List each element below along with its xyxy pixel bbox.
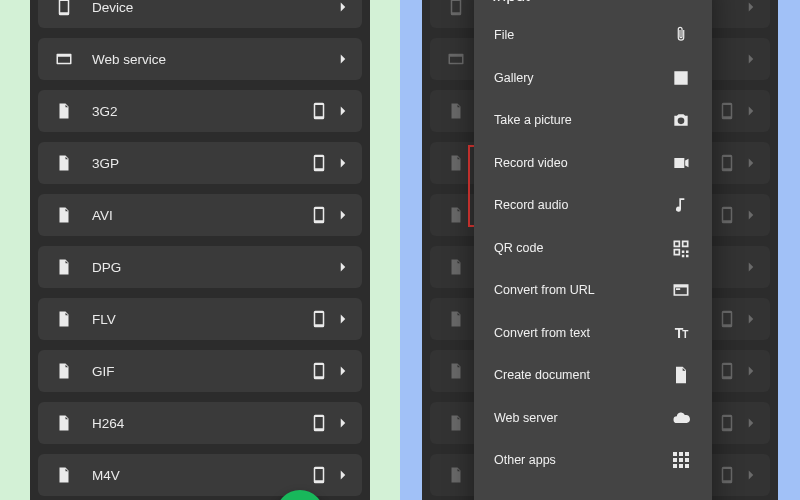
sheet-item-create-doc[interactable]: Create document [474,354,712,397]
video-icon [670,153,692,173]
sheet-item-label: Convert from URL [494,283,670,297]
device-indicator-icon [310,414,328,432]
chevron-right-icon [742,50,760,68]
sheet-item-other-apps[interactable]: Other apps [474,439,712,482]
file-icon [50,466,78,484]
file-icon [50,102,78,120]
web-icon [670,280,692,300]
sheet-item-from-url[interactable]: Convert from URL [474,269,712,312]
sheet-item-label: Web server [494,411,670,425]
file-icon [50,310,78,328]
sheet-item-label: Gallery [494,71,670,85]
device-indicator-icon [718,154,736,172]
sheet-title: Input [474,0,712,14]
chevron-right-icon [334,102,352,120]
chevron-right-icon [742,258,760,276]
chevron-right-icon [742,414,760,432]
list-item-label: H264 [78,416,310,431]
sheet-item-file[interactable]: File [474,14,712,57]
doc-icon [670,365,692,385]
right-screen: Input FileGalleryTake a pictureRecord vi… [422,0,778,500]
phone-icon [442,0,470,16]
format-list: DeviceWeb service3G23GPAVIDPGFLVGIFH264M… [30,0,370,500]
sheet-item-label: File [494,28,670,42]
file-icon [442,362,470,380]
list-item-3g2[interactable]: 3G2 [38,90,362,132]
list-item-web-service[interactable]: Web service [38,38,362,80]
device-indicator-icon [718,362,736,380]
attach-icon [670,25,692,45]
file-icon [442,258,470,276]
sheet-item-label: QR code [494,241,670,255]
device-indicator-icon [718,102,736,120]
list-item-label: DPG [78,260,334,275]
chevron-right-icon [742,466,760,484]
file-icon [50,206,78,224]
list-item-label: FLV [78,312,310,327]
list-item-dpg[interactable]: DPG [38,246,362,288]
chevron-right-icon [742,362,760,380]
device-indicator-icon [310,362,328,380]
left-screenshot: DeviceWeb service3G23GPAVIDPGFLVGIFH264M… [0,0,400,500]
image-icon [670,68,692,88]
music-icon [670,195,692,215]
sheet-item-label: Record video [494,156,670,170]
chevron-right-icon [334,0,352,16]
chevron-right-icon [334,466,352,484]
file-icon [442,466,470,484]
file-icon [442,154,470,172]
cloud-icon [670,408,692,428]
list-item-label: 3G2 [78,104,310,119]
file-icon [442,206,470,224]
list-item-avi[interactable]: AVI [38,194,362,236]
list-item-label: Web service [78,52,334,67]
chevron-right-icon [334,258,352,276]
device-indicator-icon [310,154,328,172]
device-indicator-icon [718,466,736,484]
sheet-item-qr-code[interactable]: QR code [474,227,712,270]
chevron-right-icon [334,362,352,380]
sheet-item-label: Record audio [494,198,670,212]
input-sheet: Input FileGalleryTake a pictureRecord vi… [474,0,712,500]
qr-icon [670,238,692,258]
sheet-item-take-picture[interactable]: Take a picture [474,99,712,142]
sheet-item-label: Convert from text [494,326,670,340]
sheet-item-label: Other apps [494,453,670,467]
list-item-label: M4V [78,468,310,483]
sheet-item-from-text[interactable]: Convert from textTT [474,312,712,355]
device-indicator-icon [718,414,736,432]
sheet-item-web-server[interactable]: Web server [474,397,712,440]
chevron-right-icon [334,414,352,432]
device-indicator-icon [718,310,736,328]
list-item-label: GIF [78,364,310,379]
file-icon [50,154,78,172]
left-screen: DeviceWeb service3G23GPAVIDPGFLVGIFH264M… [30,0,370,500]
list-item-gif[interactable]: GIF [38,350,362,392]
list-item-flv[interactable]: FLV [38,298,362,340]
device-indicator-icon [310,466,328,484]
browser-icon [442,50,470,68]
device-indicator-icon [310,310,328,328]
file-icon [442,102,470,120]
list-item-device[interactable]: Device [38,0,362,28]
sheet-item-label: Take a picture [494,113,670,127]
list-item-m4v[interactable]: M4V [38,454,362,496]
chevron-right-icon [334,310,352,328]
sheet-item-record-video[interactable]: Record video [474,142,712,185]
list-item-3gp[interactable]: 3GP [38,142,362,184]
list-item-h264[interactable]: H264 [38,402,362,444]
sheet-item-record-audio[interactable]: Record audio [474,184,712,227]
sheet-item-list: FileGalleryTake a pictureRecord videoRec… [474,14,712,500]
right-screenshot: Input FileGalleryTake a pictureRecord vi… [400,0,800,500]
device-indicator-icon [310,206,328,224]
file-icon [442,310,470,328]
phone-icon [50,0,78,16]
camera-icon [670,110,692,130]
apps-icon [670,452,692,468]
file-icon [50,258,78,276]
sheet-item-gallery[interactable]: Gallery [474,57,712,100]
chevron-right-icon [742,0,760,16]
chevron-right-icon [334,50,352,68]
text-format-icon: TT [670,326,692,340]
file-icon [442,414,470,432]
